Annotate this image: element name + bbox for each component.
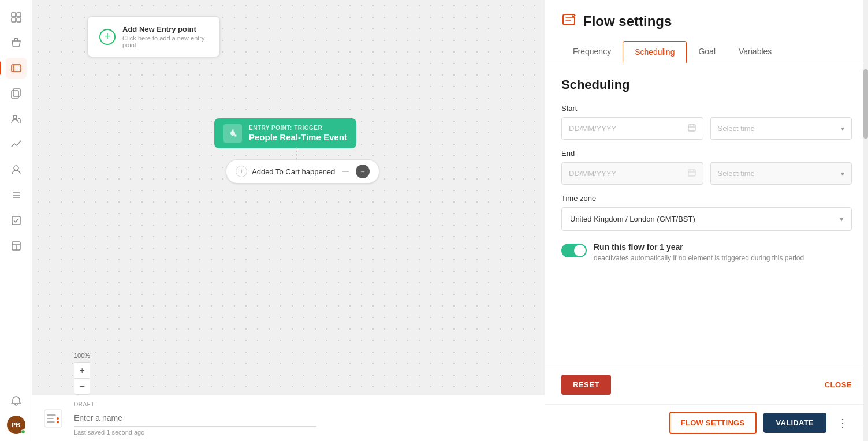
svg-rect-4 [12, 65, 21, 72]
trigger-node-icon [223, 124, 242, 143]
svg-rect-6 [13, 89, 20, 96]
sidebar-icon-table[interactable] [6, 236, 27, 256]
draft-badge: DRAFT [74, 401, 316, 408]
flow-name-input[interactable] [74, 410, 316, 427]
start-time-placeholder: Select time [718, 124, 755, 133]
sidebar-icon-chart[interactable] [6, 134, 27, 155]
online-indicator [21, 429, 25, 434]
start-date-placeholder: DD/MM/YYYY [569, 124, 616, 133]
flow-icon [42, 407, 65, 430]
toggle-knob [574, 245, 586, 256]
zoom-in-button[interactable]: + [74, 362, 90, 379]
panel-title-icon [561, 12, 578, 31]
validate-button[interactable]: VALIDATE [763, 413, 826, 433]
sidebar-icon-grid[interactable] [6, 7, 27, 28]
panel-body: Scheduling Start DD/MM/YYYY Select time … [545, 63, 868, 365]
timezone-value: United Kingdom / London (GMT/BST) [570, 215, 695, 223]
filter-node[interactable]: + Added To Cart happened — → [226, 159, 379, 184]
sidebar: PB [0, 0, 32, 441]
flow-canvas[interactable]: + Add New Entry point Click here to add … [32, 0, 545, 441]
scheduling-title: Scheduling [561, 77, 852, 92]
timezone-label: Time zone [561, 194, 852, 203]
sidebar-icon-list[interactable] [6, 185, 27, 205]
svg-rect-3 [17, 18, 21, 22]
toggle-label: Run this flow for 1 year [594, 242, 804, 252]
trigger-label: ENTRY POINT: TRIGGER [249, 125, 347, 131]
trigger-name: People Real-Time Event [249, 132, 347, 142]
entry-point-title: Add New Entry point [122, 25, 208, 33]
very-bottom-bar: FLOW SETTINGS VALIDATE ⋮ [545, 404, 868, 441]
toggle-row: Run this flow for 1 year deactivates aut… [561, 242, 852, 262]
trigger-node[interactable]: ENTRY POINT: TRIGGER People Real-Time Ev… [214, 118, 356, 148]
more-options-button[interactable]: ⋮ [833, 414, 852, 432]
notification-icon[interactable] [6, 390, 27, 411]
add-entry-icon: + [99, 29, 116, 45]
run-flow-toggle[interactable] [561, 244, 587, 257]
end-time-select[interactable]: Select time ▾ [710, 162, 852, 185]
start-date-time-row: DD/MM/YYYY Select time ▾ [561, 117, 852, 140]
svg-point-28 [575, 16, 576, 17]
tab-frequency[interactable]: Frequency [561, 41, 623, 63]
svg-rect-1 [17, 13, 21, 17]
tab-variables[interactable]: Variables [727, 41, 783, 63]
panel-title: Flow settings [561, 12, 852, 31]
panel-title-text: Flow settings [583, 13, 672, 29]
start-time-select[interactable]: Select time ▾ [710, 117, 852, 140]
end-time-placeholder: Select time [718, 169, 755, 178]
zoom-level: 100% [74, 352, 90, 359]
svg-rect-13 [12, 216, 20, 225]
last-saved-text: Last saved 1 second ago [74, 429, 316, 436]
end-date-placeholder: DD/MM/YYYY [569, 169, 616, 178]
svg-point-25 [57, 417, 59, 420]
filter-add-btn[interactable]: + [236, 166, 247, 177]
chevron-down-timezone: ▾ [840, 215, 843, 223]
flow-settings-button[interactable]: FLOW SETTINGS [669, 412, 757, 434]
sidebar-icon-people[interactable] [6, 109, 27, 129]
calendar-icon-start [688, 124, 696, 133]
entry-point-subtitle: Click here to add a new entry point [122, 35, 208, 48]
chevron-down-start-time: ▾ [841, 125, 844, 133]
user-avatar[interactable]: PB [7, 416, 25, 434]
reset-button[interactable]: RESET [561, 375, 611, 395]
sidebar-icon-audience[interactable] [6, 159, 27, 180]
filter-dash: — [342, 167, 349, 175]
toggle-text: Run this flow for 1 year deactivates aut… [594, 242, 804, 262]
sidebar-icon-checklist[interactable] [6, 210, 27, 231]
zoom-out-button[interactable]: − [74, 379, 90, 395]
trigger-node-text: ENTRY POINT: TRIGGER People Real-Time Ev… [249, 125, 347, 142]
start-label: Start [561, 104, 852, 113]
scroll-thumb[interactable] [863, 69, 868, 139]
sidebar-icon-flows[interactable] [6, 58, 27, 79]
tab-goal[interactable]: Goal [687, 41, 727, 63]
svg-point-9 [14, 166, 18, 170]
tabs: Frequency Scheduling Goal Variables [561, 40, 852, 63]
svg-rect-34 [688, 170, 695, 176]
bottom-bar: DRAFT Last saved 1 second ago [32, 395, 545, 441]
filter-text: Added To Cart happened [252, 167, 335, 176]
start-date-input[interactable]: DD/MM/YYYY [561, 117, 703, 140]
svg-point-29 [573, 15, 574, 16]
chevron-down-end-time: ▾ [841, 170, 844, 178]
sidebar-icon-copy[interactable] [6, 83, 27, 104]
toggle-description: deactivates automatically if no element … [594, 254, 804, 262]
filter-arrow-btn[interactable]: → [356, 165, 370, 178]
end-date-input[interactable]: DD/MM/YYYY [561, 162, 703, 185]
svg-point-8 [13, 115, 17, 119]
panel-header: Flow settings Frequency Scheduling Goal … [545, 0, 868, 63]
entry-point-text: Add New Entry point Click here to add a … [122, 25, 208, 48]
zoom-controls: 100% + − [74, 352, 90, 395]
svg-rect-0 [12, 13, 16, 17]
flow-info: DRAFT Last saved 1 second ago [74, 401, 316, 436]
svg-rect-2 [12, 18, 16, 22]
close-button[interactable]: CLOSE [825, 380, 852, 389]
panel-footer: RESET CLOSE [545, 365, 868, 404]
timezone-select[interactable]: United Kingdom / London (GMT/BST) ▾ [561, 207, 852, 231]
entry-point-card[interactable]: + Add New Entry point Click here to add … [87, 16, 220, 57]
tab-scheduling[interactable]: Scheduling [623, 41, 687, 63]
end-label: End [561, 149, 852, 158]
svg-rect-7 [12, 91, 18, 98]
svg-point-24 [57, 421, 59, 423]
svg-rect-30 [688, 125, 695, 131]
scroll-track [863, 0, 868, 441]
sidebar-icon-shop[interactable] [6, 32, 27, 53]
